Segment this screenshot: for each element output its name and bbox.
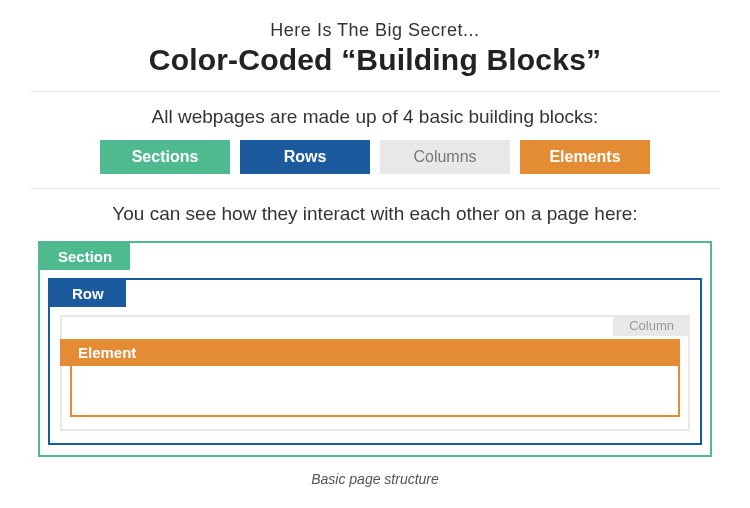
block-elements: Elements [520,140,650,174]
section-tab: Section [40,243,130,270]
caption: Basic page structure [30,471,720,487]
divider [30,188,720,189]
element-box: Element [70,339,680,417]
section-box: Section Row Column Element [38,241,712,457]
block-sections: Sections [100,140,230,174]
row-box: Row Column Element [48,278,702,445]
divider [30,91,720,92]
diagram: Section Row Column Element [30,241,720,457]
header: Here Is The Big Secret... Color-Coded “B… [30,20,720,77]
intro-text: All webpages are made up of 4 basic buil… [30,106,720,128]
page-title: Color-Coded “Building Blocks” [30,43,720,77]
pre-title: Here Is The Big Secret... [30,20,720,41]
column-box: Column Element [60,315,690,431]
sub-intro-text: You can see how they interact with each … [30,203,720,225]
block-rows: Rows [240,140,370,174]
column-tab: Column [613,315,690,336]
spacer [70,317,680,337]
building-blocks-row: Sections Rows Columns Elements [30,140,720,174]
element-tab: Element [60,339,680,366]
row-tab: Row [50,280,126,307]
block-columns: Columns [380,140,510,174]
